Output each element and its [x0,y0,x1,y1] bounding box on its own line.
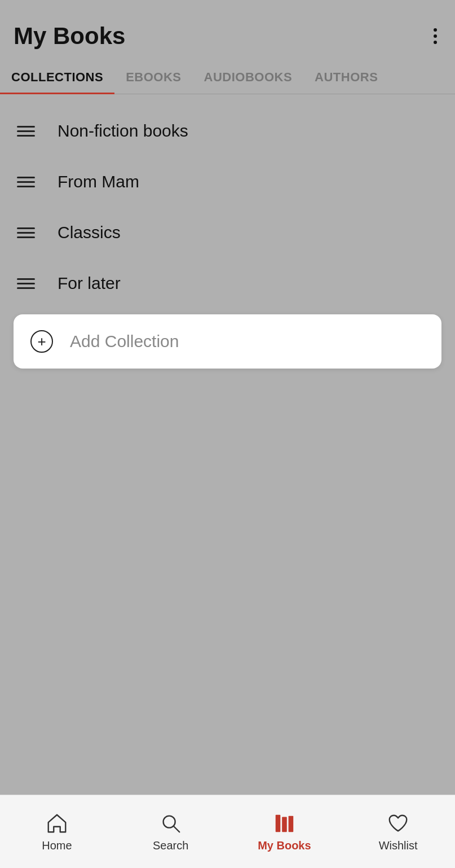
more-options-button[interactable] [429,24,441,49]
nav-item-mybooks[interactable]: My Books [228,811,342,852]
add-circle-icon [30,330,53,353]
nav-label-home: Home [42,839,72,852]
page-title: My Books [14,23,125,50]
header: My Books [0,0,455,61]
mybooks-icon [272,811,297,836]
svg-rect-2 [276,815,281,832]
tab-audiobooks[interactable]: AUDIOBOOKS [193,61,304,94]
home-icon [45,811,69,836]
nav-item-home[interactable]: Home [0,811,114,852]
collection-item[interactable]: Non-fiction books [0,106,455,156]
tabs-container: COLLECTIONS EBOOKS AUDIOBOOKS AUTHORS [0,61,455,94]
svg-rect-4 [289,816,294,832]
collection-item[interactable]: Classics [0,207,455,258]
nav-item-wishlist[interactable]: Wishlist [341,811,455,852]
collection-name: Classics [58,223,121,242]
dot1 [434,28,437,32]
wishlist-icon [386,811,410,836]
drag-handle-icon [17,177,35,187]
drag-handle-icon [17,126,35,137]
tab-authors[interactable]: AUTHORS [303,61,389,94]
svg-rect-3 [282,817,288,832]
dot3 [434,41,437,44]
collection-name: From Mam [58,172,139,191]
tab-collections[interactable]: COLLECTIONS [0,61,114,94]
nav-label-wishlist: Wishlist [379,839,418,852]
search-icon [158,811,183,836]
bottom-navigation: Home Search My Books Wishlist [0,795,455,868]
collections-list: Non-fiction books From Mam Classics For … [0,94,455,391]
tab-ebooks[interactable]: EBOOKS [114,61,192,94]
add-collection-label: Add Collection [70,332,179,351]
dot2 [434,34,437,38]
collection-name: Non-fiction books [58,121,188,141]
drag-handle-icon [17,278,35,289]
collection-name: For later [58,274,121,293]
nav-label-search: Search [153,839,188,852]
nav-label-mybooks: My Books [258,839,311,852]
drag-handle-icon [17,227,35,238]
nav-item-search[interactable]: Search [114,811,228,852]
collection-item[interactable]: From Mam [0,156,455,207]
svg-line-1 [173,826,179,832]
collection-item[interactable]: For later [0,258,455,309]
add-collection-button[interactable]: Add Collection [14,314,441,369]
